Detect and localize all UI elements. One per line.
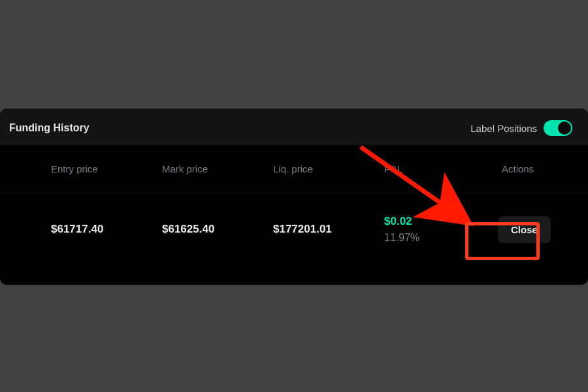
panel-title: Funding History: [9, 122, 90, 134]
cell-mark-price: $61625.40: [162, 223, 273, 236]
cell-actions: Close: [482, 216, 568, 243]
cell-pnl: $0.02 11.97%: [384, 215, 482, 244]
col-pnl: P&L: [384, 163, 482, 174]
funding-panel: Funding History Label Positions Entry pr…: [0, 108, 588, 285]
positions-table: Entry price Mark price Liq. price P&L Ac…: [0, 145, 588, 265]
close-button[interactable]: Close: [498, 216, 551, 243]
panel-header: Funding History Label Positions: [0, 108, 588, 145]
col-entry-price: Entry price: [51, 163, 162, 174]
cell-entry-price: $61717.40: [51, 223, 162, 236]
table-header-row: Entry price Mark price Liq. price P&L Ac…: [0, 145, 588, 193]
pnl-percent: 11.97%: [384, 232, 482, 244]
cell-liq-price: $177201.01: [273, 223, 384, 236]
pnl-value: $0.02: [384, 215, 482, 228]
toggle-knob: [558, 122, 571, 135]
col-actions: Actions: [482, 163, 568, 174]
table-row: $61717.40 $61625.40 $177201.01 $0.02 11.…: [0, 193, 588, 265]
col-mark-price: Mark price: [162, 163, 273, 174]
label-positions-group: Label Positions: [470, 120, 572, 136]
toggle-label: Label Positions: [470, 123, 537, 134]
col-liq-price: Liq. price: [273, 163, 384, 174]
label-positions-toggle[interactable]: [544, 120, 572, 136]
